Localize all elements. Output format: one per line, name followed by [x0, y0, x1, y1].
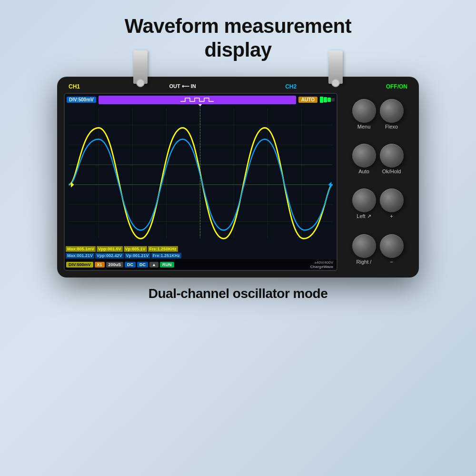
battery-indicator [320, 97, 335, 103]
flexo-knob[interactable] [380, 99, 404, 123]
subtitle-text: Dual-channel oscillator mode [149, 286, 328, 301]
minus-button-group: − [380, 234, 404, 265]
status-div: DIV:500mV [66, 262, 93, 268]
status-trigger: ▲ [149, 262, 159, 268]
right-label: Right / [357, 259, 372, 265]
right-knob[interactable] [352, 234, 376, 258]
label-offon: OFF/ON [386, 83, 407, 90]
probe-ch2 [328, 50, 343, 84]
screen-measurements: Max:805.1mV Vpp:001.6V Vp:805.1V Fre:1.2… [65, 246, 337, 270]
meas-ch2-vp: Vp:001.21V [125, 253, 150, 258]
plus-button-group: + [380, 188, 404, 219]
status-row: DIV:500mV X1 200uS DC DC ▲ RUN ±40V/400V… [65, 259, 337, 270]
plus-knob[interactable] [380, 188, 404, 212]
oscilloscope-screen: DIV:500mV AUTO [65, 94, 337, 270]
title-line1: Waveform measurement [125, 15, 351, 37]
device-top-labels: CH1 OUT ⟵ IN CH2 OFF/ON [64, 83, 412, 93]
probes [105, 50, 371, 84]
label-on: /ON [397, 83, 407, 90]
status-dc2: DC [137, 262, 148, 268]
okhold-button-group: Ok/Hold [380, 144, 404, 174]
label-ch1: CH1 [69, 83, 80, 90]
label-ch2: CH2 [285, 83, 297, 90]
flexo-button-group: Flexo [380, 99, 404, 129]
minus-label: − [390, 259, 393, 265]
left-knob[interactable] [352, 188, 376, 212]
okhold-knob[interactable] [380, 144, 404, 168]
meas-ch2-vpp: Vpp:002.42V [95, 253, 124, 258]
left-label: Left ↗ [357, 213, 371, 219]
auto-label: Auto [358, 169, 369, 174]
meas-ch2-fre: Fre:1.251KHz [151, 253, 181, 258]
menu-knob[interactable] [352, 99, 376, 123]
label-off: OFF [386, 83, 397, 90]
plus-label: + [390, 213, 393, 219]
voltage-range: ±40V/400V [176, 260, 334, 265]
btn-row-3: Left ↗ + [343, 188, 412, 219]
left-button-group: Left ↗ [352, 188, 376, 219]
auto-knob[interactable] [352, 144, 376, 168]
meas-ch1-vp: Vp:805.1V [124, 246, 147, 252]
label-out-in: OUT ⟵ IN [169, 83, 196, 89]
meas-ch1-fre: Fre:1.250KHz [148, 246, 178, 252]
meas-row-2: Max:001.21V Vpp:002.42V Vp:001.21V Fre:1… [65, 253, 337, 258]
right-button-group: Right / [352, 234, 376, 265]
btn-row-4: Right / − [343, 234, 412, 265]
device-wrapper: CH1 OUT ⟵ IN CH2 OFF/ON [0, 77, 476, 278]
menu-label: Menu [357, 124, 371, 129]
flexo-label: Flexo [385, 124, 398, 129]
badge-auto: AUTO [298, 97, 317, 103]
btn-row-1: Menu Flexo [343, 99, 412, 129]
device-body: DIV:500mV AUTO [64, 93, 412, 271]
screen-brand-area: ±40V/400V ChargeWave [176, 260, 336, 269]
buttons-panel: Menu Flexo Auto Ok/Hold [343, 93, 412, 271]
meas-row-1: Max:805.1mV Vpp:001.6V Vp:805.1V Fre:1.2… [65, 246, 337, 252]
probe-ch1 [133, 50, 148, 84]
badge-waveform [99, 96, 296, 104]
waveform-svg [65, 94, 337, 270]
menu-button-group: Menu [352, 99, 376, 129]
screen-container: DIV:500mV AUTO [64, 93, 337, 271]
oscilloscope-device: CH1 OUT ⟵ IN CH2 OFF/ON [57, 77, 419, 278]
status-x1: X1 [95, 262, 105, 268]
page-subtitle: Dual-channel oscillator mode [0, 278, 476, 301]
meas-ch2-max: Max:001.21V [66, 253, 94, 258]
btn-row-2: Auto Ok/Hold [343, 144, 412, 174]
status-dc1: DC [125, 262, 136, 268]
brand-name: ChargeWave [176, 265, 334, 269]
status-timescale: 200uS [106, 262, 124, 268]
auto-button-group: Auto [352, 144, 376, 174]
meas-ch1-vpp: Vpp:001.6V [97, 246, 123, 252]
meas-ch1-max: Max:805.1mV [66, 246, 96, 252]
minus-knob[interactable] [380, 234, 404, 258]
okhold-label: Ok/Hold [382, 169, 401, 174]
screen-top-bar: DIV:500mV AUTO [67, 96, 335, 104]
badge-div: DIV:500mV [67, 97, 96, 103]
status-run: RUN [160, 262, 174, 268]
